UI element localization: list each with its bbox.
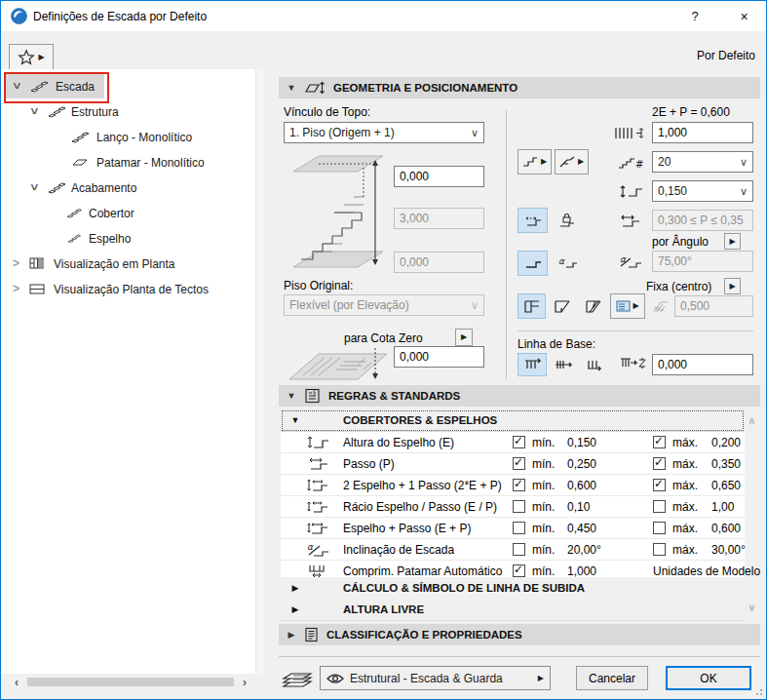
going-icon bbox=[281, 456, 343, 472]
riser-count-select[interactable]: 20 ∨ bbox=[652, 151, 753, 173]
riser-going-ratio-icon bbox=[281, 499, 343, 515]
subsection-headroom[interactable]: ▶ ALTURA LIVRE bbox=[281, 599, 745, 621]
cancel-button[interactable]: Cancelar bbox=[576, 666, 648, 690]
tree-item-estrutura[interactable]: > Estrutura bbox=[1, 102, 252, 124]
winder-grid-button-disabled bbox=[649, 295, 672, 318]
sloped-tread-toggle[interactable]: α bbox=[552, 251, 582, 276]
flight-width-field[interactable] bbox=[652, 122, 753, 143]
stair-plan-diagram bbox=[286, 344, 391, 383]
dialog-title: Definições de Escada por Defeito bbox=[33, 10, 207, 23]
ok-button[interactable]: OK bbox=[666, 666, 751, 690]
min-checkbox[interactable] bbox=[513, 543, 525, 556]
tree-item-visualizacao-tectos[interactable]: > Visualização Planta de Tectos bbox=[1, 280, 252, 301]
subsection-calculation[interactable]: ▶ CÁLCULO & SÍMBOLO DE LINHA DE SUBIDA bbox=[281, 577, 745, 600]
max-value[interactable]: 0,200 bbox=[711, 436, 745, 449]
scroll-right-icon[interactable]: › bbox=[243, 676, 247, 689]
offset-to-bottom-field bbox=[394, 252, 484, 273]
chevron-down-icon[interactable]: > bbox=[27, 183, 41, 190]
max-value[interactable]: 0,600 bbox=[711, 522, 745, 535]
layer-selector-button[interactable]: Estrutural - Escada & Guarda ▶ bbox=[320, 666, 551, 690]
max-checkbox[interactable] bbox=[653, 522, 666, 534]
rule-row-riser-going-ratio: Rácio Espelho / Passo (E / P) mín. 0,10 … bbox=[281, 496, 745, 518]
rule-row-riser-plus-going: Espelho + Passo (E + P) mín. 0,450 máx. … bbox=[281, 518, 745, 539]
winder-custom-flyout-button[interactable]: ▶ bbox=[610, 293, 645, 319]
app-logo-icon bbox=[11, 8, 27, 24]
winder-type-diagonal-button[interactable] bbox=[548, 293, 576, 319]
resize-grip[interactable] bbox=[754, 687, 762, 695]
fixed-center-flyout-button[interactable]: ▶ bbox=[724, 278, 741, 294]
tree-item-cobertor[interactable]: Cobertor bbox=[1, 204, 252, 225]
min-checkbox[interactable] bbox=[513, 436, 525, 448]
section-rules-header[interactable]: ▼ § REGRAS & STANDARDS bbox=[279, 385, 760, 407]
tree-horizontal-scrollbar[interactable]: ‹ › bbox=[1, 674, 264, 691]
divider bbox=[279, 656, 760, 657]
by-angle-flyout-button[interactable]: ▶ bbox=[724, 233, 741, 250]
max-checkbox[interactable] bbox=[653, 500, 666, 513]
max-checkbox[interactable] bbox=[653, 436, 666, 448]
chevron-right-icon[interactable]: > bbox=[13, 282, 19, 295]
to-zero-flyout-button[interactable]: ▶ bbox=[455, 329, 473, 346]
baseline-offset-field[interactable] bbox=[652, 354, 753, 375]
horizontal-tread-toggle-on[interactable] bbox=[518, 251, 548, 276]
top-link-value: 1. Piso (Origem + 1) bbox=[289, 126, 467, 139]
min-checkbox[interactable] bbox=[513, 479, 525, 491]
going-rule-toggle-on[interactable] bbox=[518, 208, 548, 233]
min-value[interactable]: 20,00° bbox=[567, 543, 653, 557]
section-classification-header[interactable]: ▶ CLASSIFICAÇÃO E PROPRIEDADES bbox=[279, 624, 760, 645]
to-zero-field[interactable] bbox=[394, 346, 484, 368]
baseline-center-button[interactable] bbox=[549, 353, 578, 376]
min-value[interactable]: 0,150 bbox=[567, 436, 653, 449]
going-lock-toggle[interactable] bbox=[552, 208, 582, 233]
offset-to-top-field[interactable] bbox=[394, 166, 484, 187]
scroll-up-icon[interactable]: ∧ bbox=[748, 414, 756, 427]
tree-item-lanco-monolitico[interactable]: Lanço - Monolítico bbox=[1, 128, 252, 149]
riser-height-select[interactable]: 0,150 ∨ bbox=[652, 180, 753, 202]
winder-solution-flyout-button[interactable]: ▶ bbox=[555, 149, 589, 175]
tree-item-visualizacao-planta[interactable]: > Visualização em Planta bbox=[1, 254, 252, 276]
section-geometry-header[interactable]: ▼ GEOMETRIA E POSICIONAMENTO bbox=[279, 77, 760, 98]
winder-type-landing-button[interactable] bbox=[518, 293, 546, 319]
scroll-down-icon[interactable]: ∨ bbox=[748, 602, 756, 614]
min-value[interactable]: 0,600 bbox=[567, 479, 653, 492]
min-value[interactable]: 0,450 bbox=[567, 522, 653, 535]
min-checkbox[interactable] bbox=[513, 457, 525, 470]
min-checkbox[interactable] bbox=[513, 564, 525, 577]
baseline-left-button[interactable] bbox=[518, 353, 547, 376]
tree-item-acabamento[interactable]: > Acabamento bbox=[1, 178, 252, 200]
finish-icon bbox=[48, 179, 65, 195]
max-value[interactable]: 0,350 bbox=[711, 457, 745, 471]
expand-triangle-icon: ▶ bbox=[281, 583, 310, 593]
title-bar[interactable]: Definições de Escada por Defeito ? × bbox=[1, 1, 766, 31]
section-title: REGRAS & STANDARDS bbox=[328, 390, 460, 402]
scroll-left-icon[interactable]: ‹ bbox=[15, 676, 19, 689]
max-value[interactable]: 1,00 bbox=[711, 500, 745, 514]
stair-solution-flyout-button[interactable]: ▶ bbox=[518, 149, 552, 175]
tree-item-espelho[interactable]: Espelho bbox=[1, 229, 252, 251]
max-value[interactable]: 0,650 bbox=[711, 479, 745, 492]
subsection-treads-risers[interactable]: ▼ COBERTORES & ESPELHOS bbox=[281, 409, 745, 432]
riser-count-value: 20 bbox=[658, 155, 736, 169]
help-button[interactable]: ? bbox=[675, 1, 714, 31]
close-button[interactable]: × bbox=[722, 1, 766, 31]
scrollbar-thumb[interactable] bbox=[27, 678, 234, 686]
winder-type-fan-button[interactable] bbox=[579, 293, 607, 319]
max-checkbox[interactable] bbox=[653, 479, 666, 491]
favorites-button[interactable]: ▶ bbox=[9, 44, 54, 70]
min-checkbox[interactable] bbox=[513, 500, 525, 513]
chevron-right-icon[interactable]: > bbox=[13, 256, 19, 270]
chevron-down-icon[interactable]: > bbox=[27, 107, 41, 114]
min-value[interactable]: 0,10 bbox=[567, 500, 653, 514]
tread-finish-icon bbox=[66, 206, 81, 219]
original-story-select: Flexível (por Elevação) ∨ bbox=[284, 294, 484, 316]
max-value[interactable]: 30,00° bbox=[711, 543, 746, 557]
baseline-right-button[interactable] bbox=[580, 353, 609, 376]
min-value[interactable]: 1,000 bbox=[567, 564, 653, 578]
max-checkbox[interactable] bbox=[653, 457, 666, 470]
classification-icon bbox=[304, 627, 319, 642]
min-value[interactable]: 0,250 bbox=[567, 457, 653, 471]
max-checkbox[interactable] bbox=[653, 543, 666, 556]
top-link-select[interactable]: 1. Piso (Origem + 1) ∨ bbox=[284, 122, 484, 143]
tree-vertical-scrollbar[interactable] bbox=[255, 69, 265, 674]
tree-item-patamar-monolitico[interactable]: Patamar - Monolítico bbox=[1, 153, 252, 175]
min-checkbox[interactable] bbox=[513, 522, 525, 534]
